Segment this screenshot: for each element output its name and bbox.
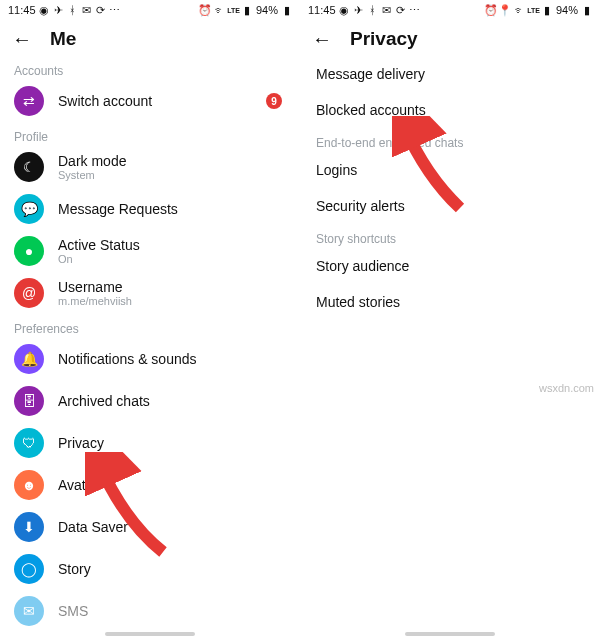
active-status-sub: On xyxy=(58,253,286,265)
story-label: Story xyxy=(58,561,286,577)
data-saver-label: Data Saver xyxy=(58,519,286,535)
switch-account-label: Switch account xyxy=(58,93,252,109)
status-bar: 11:45 ◉ ✈ ᚼ ✉ ⟳ ⋯ ⏰ ᯤ LTE ▮ 94% ▮ xyxy=(0,0,300,18)
status-left: 11:45 ◉ ✈ ᚼ ✉ ⟳ ⋯ xyxy=(8,4,120,16)
row-data-saver[interactable]: ⬇ Data Saver xyxy=(0,506,300,548)
home-indicator[interactable] xyxy=(105,632,195,636)
row-muted-stories[interactable]: Muted stories xyxy=(300,284,600,320)
volte-icon: LTE xyxy=(528,5,539,16)
privacy-label: Privacy xyxy=(58,435,286,451)
volte-icon: LTE xyxy=(228,5,239,16)
status-time-r: 11:45 xyxy=(308,4,336,16)
battery-pct-r: 94% xyxy=(556,4,578,16)
sync-icon: ⟳ xyxy=(395,5,406,16)
row-logins[interactable]: Logins xyxy=(300,152,600,188)
telegram-icon: ✈ xyxy=(353,5,364,16)
status-right-r: ⏰ 📍 ᯤ LTE ▮ 94% ▮ xyxy=(486,4,592,16)
archive-icon: 🗄 xyxy=(14,386,44,416)
whatsapp-icon: ◉ xyxy=(339,5,350,16)
row-avatar[interactable]: ☻ Avatar xyxy=(0,464,300,506)
switch-account-badge: 9 xyxy=(266,93,282,109)
status-left-r: 11:45 ◉ ✈ ᚼ ✉ ⟳ ⋯ xyxy=(308,4,420,16)
username-sub: m.me/mehviish xyxy=(58,295,286,307)
battery-pct: 94% xyxy=(256,4,278,16)
dark-mode-sub: System xyxy=(58,169,286,181)
row-privacy[interactable]: 🛡 Privacy xyxy=(0,422,300,464)
row-notifications[interactable]: 🔔 Notifications & sounds xyxy=(0,338,300,380)
mail-icon: ✉ xyxy=(381,5,392,16)
section-e2e: End-to-end encrypted chats xyxy=(300,128,600,152)
active-status-label: Active Status xyxy=(58,237,286,253)
row-message-delivery[interactable]: Message delivery xyxy=(300,56,600,92)
phone-right: 11:45 ◉ ✈ ᚼ ✉ ⟳ ⋯ ⏰ 📍 ᯤ LTE ▮ 94% ▮ ← Pr… xyxy=(300,0,600,640)
message-requests-label: Message Requests xyxy=(58,201,286,217)
battery-icon: ▮ xyxy=(281,5,292,16)
section-profile: Profile xyxy=(0,122,300,146)
section-accounts: Accounts xyxy=(0,56,300,80)
sync-icon: ⟳ xyxy=(95,5,106,16)
home-indicator[interactable] xyxy=(405,632,495,636)
row-blocked-accounts[interactable]: Blocked accounts xyxy=(300,92,600,128)
at-icon: @ xyxy=(14,278,44,308)
back-icon[interactable]: ← xyxy=(12,29,32,49)
back-icon[interactable]: ← xyxy=(312,29,332,49)
row-username[interactable]: @ Username m.me/mehviish xyxy=(0,272,300,314)
mail-icon: ✉ xyxy=(81,5,92,16)
signal-icon: ▮ xyxy=(242,5,253,16)
alarm-icon: ⏰ xyxy=(486,5,497,16)
location-icon: 📍 xyxy=(500,5,511,16)
bluetooth-icon: ᚼ xyxy=(367,5,378,16)
username-label: Username xyxy=(58,279,286,295)
alarm-icon: ⏰ xyxy=(200,5,211,16)
sms-icon: ✉ xyxy=(14,596,44,626)
shield-icon: 🛡 xyxy=(14,428,44,458)
moon-icon: ☾ xyxy=(14,152,44,182)
wifi-icon: ᯤ xyxy=(214,5,225,16)
story-icon: ◯ xyxy=(14,554,44,584)
header-left: ← Me xyxy=(0,18,300,56)
row-message-requests[interactable]: 💬 Message Requests xyxy=(0,188,300,230)
notifications-label: Notifications & sounds xyxy=(58,351,286,367)
bluetooth-icon: ᚼ xyxy=(67,5,78,16)
phone-left: 11:45 ◉ ✈ ᚼ ✉ ⟳ ⋯ ⏰ ᯤ LTE ▮ 94% ▮ ← Me A… xyxy=(0,0,300,640)
dark-mode-label: Dark mode xyxy=(58,153,286,169)
section-preferences: Preferences xyxy=(0,314,300,338)
header-right: ← Privacy xyxy=(300,18,600,56)
telegram-icon: ✈ xyxy=(53,5,64,16)
row-dark-mode[interactable]: ☾ Dark mode System xyxy=(0,146,300,188)
sms-label: SMS xyxy=(58,603,286,619)
avatar-icon: ☻ xyxy=(14,470,44,500)
archived-label: Archived chats xyxy=(58,393,286,409)
page-title: Me xyxy=(50,28,76,50)
status-right: ⏰ ᯤ LTE ▮ 94% ▮ xyxy=(200,4,292,16)
chat-icon: 💬 xyxy=(14,194,44,224)
row-sms[interactable]: ✉ SMS xyxy=(0,590,300,632)
row-story[interactable]: ◯ Story xyxy=(0,548,300,590)
status-bar-right: 11:45 ◉ ✈ ᚼ ✉ ⟳ ⋯ ⏰ 📍 ᯤ LTE ▮ 94% ▮ xyxy=(300,0,600,18)
whatsapp-icon: ◉ xyxy=(39,5,50,16)
row-active-status[interactable]: ● Active Status On xyxy=(0,230,300,272)
more-icon: ⋯ xyxy=(409,5,420,16)
more-icon: ⋯ xyxy=(109,5,120,16)
bell-icon: 🔔 xyxy=(14,344,44,374)
avatar-label: Avatar xyxy=(58,477,286,493)
signal-icon: ▮ xyxy=(542,5,553,16)
section-story-shortcuts: Story shortcuts xyxy=(300,224,600,248)
row-archived[interactable]: 🗄 Archived chats xyxy=(0,380,300,422)
switch-account-icon: ⇄ xyxy=(14,86,44,116)
status-time: 11:45 xyxy=(8,4,36,16)
row-switch-account[interactable]: ⇄ Switch account 9 xyxy=(0,80,300,122)
data-saver-icon: ⬇ xyxy=(14,512,44,542)
row-security-alerts[interactable]: Security alerts xyxy=(300,188,600,224)
page-title-r: Privacy xyxy=(350,28,418,50)
watermark: wsxdn.com xyxy=(539,382,594,394)
row-story-audience[interactable]: Story audience xyxy=(300,248,600,284)
battery-icon: ▮ xyxy=(581,5,592,16)
wifi-icon: ᯤ xyxy=(514,5,525,16)
active-icon: ● xyxy=(14,236,44,266)
